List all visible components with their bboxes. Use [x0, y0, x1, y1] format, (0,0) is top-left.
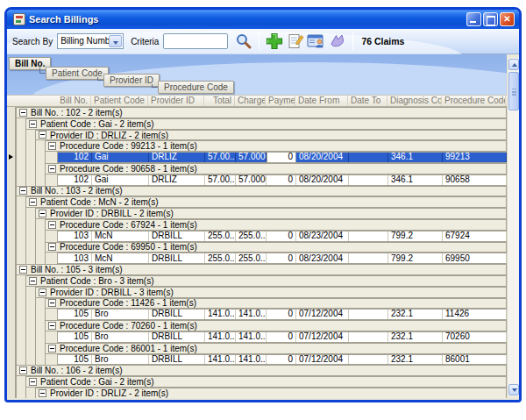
group-box[interactable]: Patient Code : McN - 2 item(s)	[25, 196, 507, 208]
cell-provider_id[interactable]: DRLIZ	[149, 175, 205, 185]
column-header-charges[interactable]: Charges	[235, 96, 266, 106]
cell-provider_id[interactable]: DRLIZ	[149, 153, 205, 162]
cell-date_to[interactable]	[349, 231, 388, 241]
cell-patient_code[interactable]: Bro	[92, 355, 149, 365]
cell-diagnosis_code[interactable]: 232.1	[388, 332, 443, 342]
group-box[interactable]: Provider ID : DRLIZ - 2 item(s)	[35, 388, 507, 398]
cell-date_to[interactable]	[349, 253, 388, 263]
group-box[interactable]: Patient Code : Gai - 2 item(s)	[25, 376, 507, 388]
column-header-bill_no[interactable]: Bill No.	[7, 96, 91, 106]
cell-patient_code[interactable]: Gai	[92, 175, 149, 185]
collapse-icon[interactable]	[39, 288, 46, 296]
cell-diagnosis_code[interactable]: 232.1	[388, 355, 443, 365]
group-box[interactable]: Procedure Code : 90658 - 1 item(s)	[45, 163, 507, 174]
cell-date_from[interactable]: 08/23/2004	[296, 253, 349, 263]
column-header-date_to[interactable]: Date To	[348, 96, 387, 106]
group-box[interactable]: Bill No. : 106 - 2 item(s)	[16, 365, 507, 376]
group-box[interactable]: Procedure Code : 70260 - 1 item(s)	[45, 320, 507, 331]
group-box[interactable]: Provider ID : DRLIZ - 2 item(s)	[35, 130, 507, 141]
cell-diagnosis_code[interactable]: 232.1	[388, 310, 443, 319]
group-box[interactable]: Provider ID : DRBILL - 3 item(s)	[35, 287, 507, 298]
collapse-icon[interactable]	[29, 277, 37, 285]
collapse-icon[interactable]	[29, 378, 37, 386]
column-header-payments[interactable]: Payme...	[266, 96, 295, 106]
collapse-icon[interactable]	[19, 266, 27, 274]
cell-bill_no[interactable]: 102	[58, 153, 92, 162]
edit-claim-icon[interactable]	[286, 32, 305, 51]
cell-patient_code[interactable]: McN	[92, 231, 149, 241]
vertical-scrollbar[interactable]	[507, 58, 519, 396]
collapse-icon[interactable]	[48, 243, 56, 251]
group-box[interactable]: Patient Code : Bro - 3 item(s)	[25, 275, 507, 287]
group-box[interactable]: Procedure Code : 99213 - 1 item(s)	[45, 140, 507, 152]
cell-provider_id[interactable]: DRBILL	[149, 253, 205, 263]
cell-bill_no[interactable]: 105	[58, 355, 92, 365]
criteria-input[interactable]	[163, 33, 228, 49]
cell-charges[interactable]: 255.0...	[236, 231, 267, 241]
cell-date_from[interactable]: 07/12/2004	[296, 355, 349, 365]
cell-date_to[interactable]	[349, 310, 388, 319]
search-by-combobox[interactable]: Billing Number	[57, 33, 124, 49]
group-box[interactable]: Procedure Code : 67924 - 1 item(s)	[45, 219, 507, 231]
cell-bill_no[interactable]: 105	[58, 310, 92, 319]
cell-bill_no[interactable]: 105	[58, 332, 92, 342]
maximize-button[interactable]	[483, 12, 498, 26]
group-box[interactable]: Bill No. : 105 - 3 item(s)	[16, 264, 507, 275]
group-box[interactable]: Procedure Code : 11426 - 1 item(s)	[45, 298, 507, 310]
cell-procedure_code[interactable]: 11426	[443, 310, 507, 319]
column-header-patient_code[interactable]: Patient Code	[91, 96, 148, 106]
cell-date_to[interactable]	[349, 332, 388, 342]
cell-date_from[interactable]: 07/12/2004	[296, 310, 349, 319]
cell-date_to[interactable]	[349, 153, 388, 162]
collapse-icon[interactable]	[19, 187, 27, 195]
group-box[interactable]: Patient Code : Gai - 2 item(s)	[25, 118, 507, 130]
cell-total[interactable]: 255.0...	[205, 253, 236, 263]
column-header-provider_id[interactable]: Provider ID	[148, 96, 204, 106]
column-header-diagnosis_code[interactable]: Diagnosis Code	[387, 96, 442, 106]
scroll-up-icon[interactable]	[508, 59, 519, 70]
cell-bill_no[interactable]: 103	[58, 253, 92, 263]
scrollbar-thumb[interactable]	[508, 72, 519, 110]
column-header-procedure_code[interactable]: Procedure Code	[442, 96, 506, 106]
scroll-down-icon[interactable]	[508, 384, 519, 395]
cell-payments[interactable]: 0	[267, 253, 296, 263]
cell-payments[interactable]: 0	[267, 332, 296, 342]
cell-payments[interactable]: 0	[267, 175, 296, 185]
cell-procedure_code[interactable]: 70260	[443, 332, 507, 342]
cell-charges[interactable]: 57.0000	[236, 153, 267, 162]
cell-charges[interactable]: 141.0...	[236, 310, 267, 319]
cell-charges[interactable]: 255.0...	[236, 253, 267, 263]
cell-date_to[interactable]	[349, 175, 388, 185]
group-box[interactable]: Bill No. : 102 - 2 item(s)	[16, 107, 507, 118]
cell-diagnosis_code[interactable]: 799.2	[388, 253, 443, 263]
cell-payments[interactable]: 0	[267, 310, 296, 319]
cell-total[interactable]: 255.0...	[205, 231, 236, 241]
cell-provider_id[interactable]: DRBILL	[149, 310, 205, 319]
cell-bill_no[interactable]: 103	[58, 231, 92, 241]
column-header-date_from[interactable]: Date From	[295, 96, 348, 106]
add-claim-icon[interactable]	[265, 32, 284, 51]
cell-date_from[interactable]: 08/23/2004	[296, 231, 349, 241]
cell-total[interactable]: 57.00...	[205, 175, 236, 185]
cell-patient_code[interactable]: Bro	[92, 310, 149, 319]
cell-total[interactable]: 141.0...	[205, 310, 236, 319]
cell-procedure_code[interactable]: 86001	[443, 355, 507, 365]
collapse-icon[interactable]	[39, 389, 46, 397]
cell-payments[interactable]: 0	[267, 355, 296, 365]
patient-card-icon[interactable]	[307, 32, 326, 51]
collapse-icon[interactable]	[48, 221, 56, 229]
collapse-icon[interactable]	[48, 345, 56, 352]
cell-provider_id[interactable]: DRBILL	[149, 332, 205, 342]
cell-date_from[interactable]: 08/20/2004	[296, 175, 349, 185]
group-field-procedure-code[interactable]: Procedure Code	[158, 81, 234, 94]
cell-diagnosis_code[interactable]: 346.1	[388, 175, 443, 185]
group-box[interactable]: Bill No. : 103 - 2 item(s)	[16, 186, 507, 197]
cell-patient_code[interactable]: McN	[92, 253, 149, 263]
cell-patient_code[interactable]: Bro	[92, 332, 149, 342]
cell-procedure_code[interactable]: 69950	[443, 253, 507, 263]
collapse-icon[interactable]	[39, 131, 46, 139]
group-box[interactable]: Provider ID : DRBILL - 2 item(s)	[35, 208, 507, 219]
collapse-icon[interactable]	[48, 165, 56, 173]
cell-charges[interactable]: 141.0...	[236, 355, 267, 365]
collapse-icon[interactable]	[19, 367, 27, 374]
